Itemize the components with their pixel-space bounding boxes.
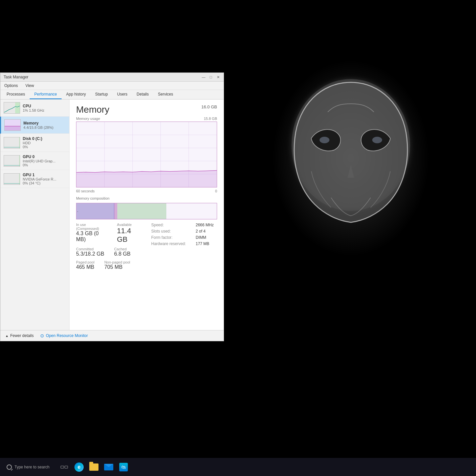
gpu1-info: GPU 1 NVIDIA GeForce R... 0% (34 °C) [23,173,66,185]
stats-left: In use (Compressed) 4.3 GB (0 MB) Availa… [76,223,141,270]
chart-time-end: 0 [215,189,217,193]
hw-reserved-value: 177 MB [196,241,209,246]
gpu0-thumbnail [4,155,20,167]
speed-value: 2666 MHz [196,223,214,227]
hw-reserved-label: Hardware reserved: [151,241,191,246]
gpu1-model: NVIDIA GeForce R... [23,177,66,181]
maximize-button[interactable]: □ [209,75,213,79]
edge-icon: e [74,462,84,472]
form-factor-label: Form factor: [151,235,191,240]
speed-label: Speed: [151,223,191,227]
tab-services[interactable]: Services [154,90,178,99]
disk-name: Disk 0 (C:) [23,136,66,141]
composition-label: Memory composition [76,196,217,200]
sidebar-item-cpu[interactable]: CPU 1% 1.58 GHz [0,99,69,117]
stat-cached: Cached 6.8 GB [114,247,130,257]
gpu1-name: GPU 1 [23,173,66,177]
total-ram: 16.0 GB [201,104,217,109]
window-title: Task Manager [4,75,28,79]
mail-button[interactable] [104,462,114,472]
alienware-logo [272,59,436,273]
available-label: Available [117,223,141,227]
options-menu[interactable]: Options [3,83,19,89]
chevron-up-icon: ▲ [5,334,9,338]
resource-monitor-icon: ⊙ [40,333,44,338]
tab-users[interactable]: Users [112,90,132,99]
mail-icon [104,464,113,470]
hw-reserved-row: Hardware reserved: 177 MB [151,241,217,246]
memory-name: Memory [23,121,66,126]
cpu-info: CPU 1% 1.58 GHz [23,104,66,112]
slots-row: Slots used: 2 of 4 [151,229,217,234]
tm-body: CPU 1% 1.58 GHz Memory 4.4/15.8 GB (28%) [0,99,224,330]
stats-section: In use (Compressed) 4.3 GB (0 MB) Availa… [76,223,217,270]
gpu0-usage: 0% [23,163,66,167]
tab-app-history[interactable]: App history [62,90,91,99]
fewer-details-button[interactable]: ▲ Fewer details [5,333,34,338]
memory-composition-chart: - [76,203,217,219]
tabs-bar: Processes Performance App history Startu… [0,90,224,99]
tab-processes[interactable]: Processes [2,90,30,99]
disk-thumbnail [4,137,20,149]
open-resource-monitor-button[interactable]: ⊙ Open Resource Monitor [40,333,88,338]
cached-label: Cached [114,247,130,251]
chart-time-labels: 60 seconds 0 [76,189,217,193]
paged-pool-label: Paged pool [76,260,95,264]
store-icon: 🛍 [119,463,128,471]
in-use-label: In use (Compressed) [76,223,107,231]
cpu-usage: 1% 1.58 GHz [23,108,66,112]
taskbar: Type here to search e [0,458,476,476]
form-factor-value: DIMM [196,235,206,240]
non-paged-pool-label: Non-paged pool [104,260,130,264]
task-view-icon [61,466,68,468]
gpu1-usage: 0% (34 °C) [23,181,66,185]
memory-info: Memory 4.4/15.8 GB (28%) [23,121,66,129]
file-explorer-button[interactable] [89,462,99,472]
comp-in-use [76,203,114,219]
form-factor-row: Form factor: DIMM [151,235,217,240]
svg-point-2 [372,137,382,143]
slots-value: 2 of 4 [196,229,206,234]
open-resource-monitor-label: Open Resource Monitor [46,333,88,338]
svg-point-1 [320,137,329,143]
gpu0-name: GPU 0 [23,154,66,159]
sidebar-item-disk[interactable]: Disk 0 (C:) HDD 0% [0,134,69,152]
tm-bottom-bar: ▲ Fewer details ⊙ Open Resource Monitor [0,330,224,341]
memory-usage-chart [76,122,217,187]
view-menu[interactable]: View [24,83,35,89]
stat-available: Available 11.4 GB [117,223,141,244]
tab-performance[interactable]: Performance [30,90,62,99]
main-section-title: Memory [76,104,109,115]
store-button[interactable]: 🛍 [119,462,128,472]
memory-usage-label: Memory usage 15.8 GB [76,117,217,121]
fewer-details-label: Fewer details [10,333,34,338]
slots-label: Slots used: [151,229,191,234]
main-header: Memory 16.0 GB [76,104,217,115]
window-controls: — □ ✕ [201,75,220,79]
disk-type: HDD [23,141,66,145]
stat-paged-pool: Paged pool 465 MB [76,260,95,270]
desktop: Task Manager — □ ✕ Options View Processe… [0,0,476,476]
taskbar-search-text: Type here to search [14,465,49,469]
minimize-button[interactable]: — [201,75,206,79]
sidebar-item-gpu1[interactable]: GPU 1 NVIDIA GeForce R... 0% (34 °C) [0,170,69,188]
edge-browser-button[interactable]: e [74,462,84,472]
chart-time-start: 60 seconds [76,189,95,193]
comp-free [166,203,217,219]
sidebar-item-memory[interactable]: Memory 4.4/15.8 GB (28%) [0,117,69,134]
tab-startup[interactable]: Startup [91,90,113,99]
comp-standby [117,203,166,219]
menubar: Options View [0,82,224,90]
close-button[interactable]: ✕ [216,75,220,79]
cpu-name: CPU [23,104,66,108]
performance-main: Memory 16.0 GB Memory usage 15.8 GB [70,99,224,330]
taskbar-search[interactable]: Type here to search [3,464,53,470]
paged-pool-value: 465 MB [76,264,95,270]
sidebar-item-gpu0[interactable]: GPU 0 Intel(R) UHD Grap... 0% [0,152,69,170]
folder-icon [89,463,98,471]
task-view-button[interactable] [59,462,69,472]
tab-details[interactable]: Details [132,90,154,99]
disk-usage: 0% [23,145,66,149]
gpu0-info: GPU 0 Intel(R) UHD Grap... 0% [23,154,66,167]
task-manager-window: Task Manager — □ ✕ Options View Processe… [0,72,224,341]
